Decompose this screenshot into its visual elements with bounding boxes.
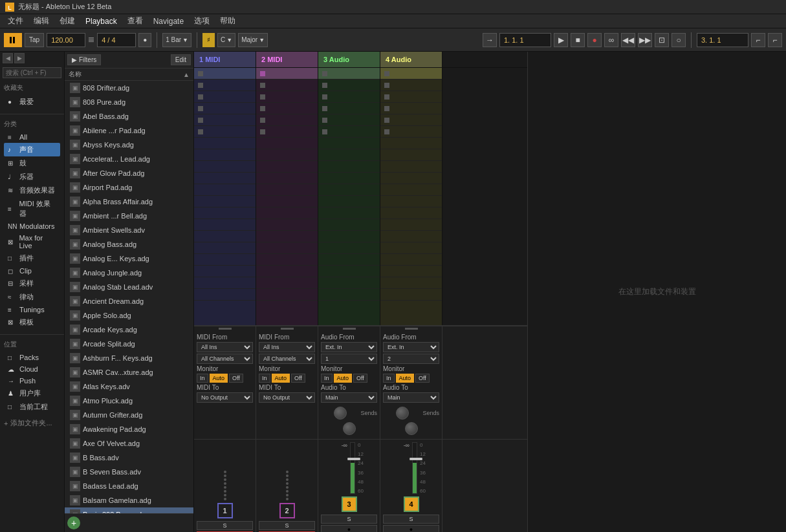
- clip-row-2-6[interactable]: [256, 126, 318, 138]
- stop-btn[interactable]: ■: [571, 33, 585, 47]
- clip-stop-2-4[interactable]: [260, 106, 265, 111]
- sidebar-item-sounds[interactable]: ♪ 声音: [4, 143, 60, 156]
- resize-handle-2[interactable]: [281, 328, 294, 330]
- midi-channel-select-1[interactable]: All Channels: [197, 354, 253, 364]
- key-mode-btn[interactable]: ♯: [202, 33, 215, 47]
- clip-row-2-2[interactable]: [256, 80, 318, 91]
- clip-stop-3-3[interactable]: [322, 94, 327, 100]
- metronome-button[interactable]: [4, 33, 22, 47]
- clip-row-1-12[interactable]: [194, 196, 256, 207]
- position-display[interactable]: 1. 1. 1: [499, 33, 551, 47]
- monitor-off-1[interactable]: Off: [229, 374, 243, 383]
- clip-row-1-13[interactable]: [194, 207, 256, 219]
- menu-create[interactable]: 创建: [54, 14, 80, 28]
- track-header-3[interactable]: 3 Audio: [318, 52, 380, 67]
- scale-select[interactable]: Major ▼: [238, 33, 268, 47]
- sidebar-item-favorites[interactable]: ● 最爱: [4, 95, 60, 109]
- sidebar-item-instruments[interactable]: ♩ 乐器: [4, 170, 60, 184]
- track-header-1[interactable]: 1 MIDI: [194, 52, 256, 67]
- clip-row-1-20[interactable]: [194, 289, 256, 301]
- clip-stop-4-3[interactable]: [384, 94, 389, 100]
- search-input[interactable]: [3, 67, 61, 78]
- clip-row-1-17[interactable]: [194, 254, 256, 266]
- browser-item-20[interactable]: ▣ ASMR Cav...xture.adg: [65, 365, 193, 379]
- sidebar-item-plugins[interactable]: □ 插件: [4, 251, 60, 265]
- clip-row-2-13[interactable]: [256, 207, 318, 219]
- menu-navigate[interactable]: Navigate: [148, 16, 189, 27]
- clip-row-2-19[interactable]: [256, 277, 318, 289]
- monitor-in-3[interactable]: In: [321, 374, 333, 383]
- extra-btn[interactable]: ⌐: [768, 33, 782, 47]
- clip-row-2-5[interactable]: [256, 114, 318, 126]
- audio-to-select-4[interactable]: Main: [383, 392, 439, 403]
- loop-len-select[interactable]: 1 Bar ▼: [162, 33, 191, 47]
- clip-stop-1[interactable]: [198, 71, 203, 76]
- draw-btn[interactable]: ⌐: [751, 33, 765, 47]
- browser-item-28[interactable]: ▣ Badass Lead.adg: [65, 479, 193, 493]
- clip-row-3-7[interactable]: [318, 138, 380, 149]
- clip-row-3-3[interactable]: [318, 91, 380, 103]
- clip-row-3-5[interactable]: [318, 114, 380, 126]
- add-track-button[interactable]: +: [67, 516, 80, 529]
- clip-row-4-20[interactable]: [380, 289, 442, 301]
- clip-row-4-8[interactable]: [380, 149, 442, 161]
- browser-item-26[interactable]: ▣ B Bass.adv: [65, 451, 193, 465]
- clip-row-3-17[interactable]: [318, 254, 380, 266]
- follow-btn[interactable]: →: [483, 33, 497, 47]
- sidebar-item-cloud[interactable]: ☁ Cloud: [4, 363, 60, 375]
- clip-stop-2-3[interactable]: [260, 94, 265, 100]
- clip-stop-2-5[interactable]: [260, 118, 265, 123]
- clip-row-3-10[interactable]: [318, 173, 380, 184]
- audio-from-select-3[interactable]: Ext. In: [321, 342, 377, 352]
- clip-stop-4[interactable]: [384, 71, 389, 76]
- sidebar-item-samples[interactable]: ⊟ 采样: [4, 277, 60, 290]
- monitor-off-4[interactable]: Off: [415, 374, 430, 383]
- nav-fwd[interactable]: ▶: [14, 53, 25, 63]
- clip-row-1-8[interactable]: [194, 149, 256, 161]
- clip-row-1-4[interactable]: [194, 103, 256, 114]
- menu-playback[interactable]: Playback: [80, 16, 122, 27]
- clip-row-1-9[interactable]: [194, 161, 256, 173]
- menu-view[interactable]: 查看: [122, 14, 148, 28]
- clip-row-3-8[interactable]: [318, 149, 380, 161]
- clip-row-4-11[interactable]: [380, 184, 442, 196]
- sidebar-item-push[interactable]: → Push: [4, 375, 60, 387]
- tap-button[interactable]: Tap: [25, 33, 44, 47]
- sidebar-item-all[interactable]: ≡ All: [4, 131, 60, 143]
- fader-handle-4[interactable]: [409, 458, 422, 460]
- clip-stop-1-6[interactable]: [198, 129, 203, 134]
- send-a-knob-4[interactable]: [396, 407, 409, 420]
- clip-row-4-1[interactable]: [380, 68, 442, 80]
- play-btn[interactable]: ▶: [554, 33, 568, 47]
- monitor-auto-4[interactable]: Auto: [396, 374, 415, 383]
- filters-button[interactable]: ▶ Filters: [67, 54, 101, 65]
- clip-row-2-17[interactable]: [256, 254, 318, 266]
- browser-item-24[interactable]: ▣ Awakening Pad.adg: [65, 422, 193, 436]
- clip-row-4-16[interactable]: [380, 242, 442, 254]
- clip-row-3-14[interactable]: [318, 219, 380, 231]
- clip-row-3-2[interactable]: [318, 80, 380, 91]
- clip-row-4-5[interactable]: [380, 114, 442, 126]
- solo-btn-4[interactable]: S: [383, 515, 439, 524]
- send-a-knob-3[interactable]: [334, 407, 347, 420]
- clip-row-3-19[interactable]: [318, 277, 380, 289]
- browser-item-5[interactable]: ▣ Accelerat... Lead.adg: [65, 152, 193, 166]
- monitor-in-1[interactable]: In: [197, 374, 208, 383]
- clip-stop-1-2[interactable]: [198, 83, 203, 88]
- clip-row-4-14[interactable]: [380, 219, 442, 231]
- clip-row-4-9[interactable]: [380, 161, 442, 173]
- clip-stop-4-6[interactable]: [384, 129, 389, 134]
- clip-row-2-18[interactable]: [256, 266, 318, 277]
- clip-row-1-15[interactable]: [194, 231, 256, 242]
- loop-btn[interactable]: ∞: [604, 33, 618, 47]
- monitor-auto-3[interactable]: Auto: [334, 374, 353, 383]
- clip-row-3-15[interactable]: [318, 231, 380, 242]
- clip-row-3-1[interactable]: [318, 68, 380, 80]
- browser-item-30[interactable]: ▣ Basic 303 Bass.adg: [65, 507, 193, 513]
- browser-item-10[interactable]: ▣ Ambient Swells.adv: [65, 223, 193, 237]
- resize-handle-3[interactable]: [343, 328, 356, 330]
- nav-back[interactable]: ◀: [3, 53, 13, 63]
- sidebar-item-templates[interactable]: ⊠ 模板: [4, 315, 60, 329]
- clip-row-2-1[interactable]: [256, 68, 318, 80]
- browser-item-4[interactable]: ▣ Abyss Keys.adg: [65, 138, 193, 152]
